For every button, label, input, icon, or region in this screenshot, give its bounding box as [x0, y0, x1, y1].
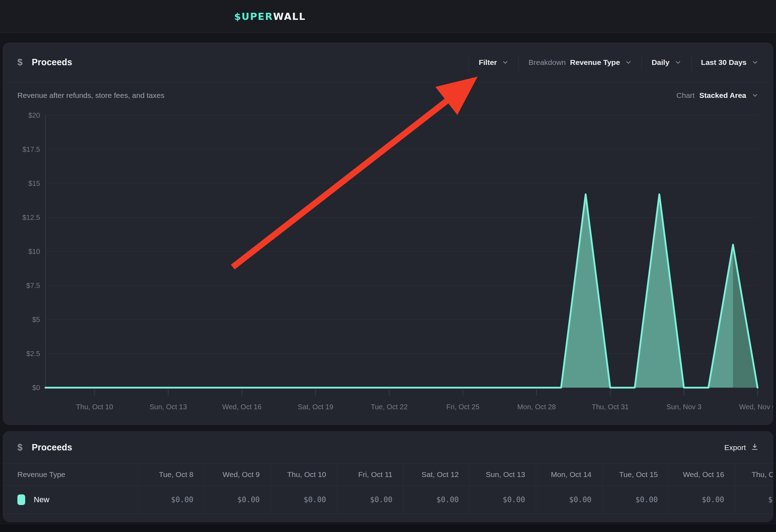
- y-axis-tick-label: $2.5: [6, 349, 40, 358]
- cell-value: $0.00: [635, 495, 658, 504]
- chevron-down-icon: [625, 59, 632, 66]
- column-header: Tue, Oct 15: [602, 464, 668, 485]
- table-cell: $0.00: [668, 486, 735, 514]
- interval-value: Daily: [651, 58, 669, 67]
- row-label: New: [34, 495, 49, 504]
- x-axis-tick-label: Thu, Oct 10: [54, 403, 135, 411]
- table-card-header: $ Proceeds Export: [3, 432, 773, 464]
- range-value: Last 30 Days: [701, 58, 747, 67]
- table-header-row: Revenue TypeTue, Oct 8Wed, Oct 9Thu, Oct…: [3, 464, 773, 486]
- column-header: Mon, Oct 14: [536, 464, 602, 485]
- column-header-label: Mon, Oct 14: [551, 470, 591, 479]
- y-axis-tick-label: $17.5: [6, 145, 40, 154]
- dollar-icon: $: [17, 57, 22, 68]
- column-header-label: Thu, Oct 17: [752, 470, 773, 479]
- table-row: New$0.00$0.00$0.00$0.00$0.00$0.00$0.00$0…: [3, 486, 773, 514]
- breakdown-label: Breakdown: [528, 58, 566, 67]
- chevron-down-icon: [752, 59, 759, 66]
- chart-type-dropdown[interactable]: Chart Stacked Area: [676, 91, 759, 100]
- cell-value: $0.00: [702, 495, 724, 504]
- proceeds-table-card: $ Proceeds Export Revenue TypeTue, Oct 8…: [3, 431, 773, 522]
- table-card-title: Proceeds: [32, 442, 72, 453]
- column-header: Thu, Oct 10: [270, 464, 337, 485]
- divider: [518, 55, 519, 70]
- chevron-down-icon: [502, 59, 509, 66]
- column-header-label: Tue, Oct 8: [159, 470, 193, 479]
- chart-subtitle: Revenue after refunds, store fees, and t…: [17, 91, 164, 100]
- breakdown-value: Revenue Type: [570, 58, 620, 67]
- column-header: Sun, Oct 13: [469, 464, 536, 485]
- column-header: Tue, Oct 8: [138, 464, 204, 485]
- table-cell: $0.00: [602, 486, 668, 514]
- x-axis-tick-label: Tue, Oct 22: [348, 403, 430, 411]
- filter-dropdown[interactable]: Filter: [479, 58, 509, 67]
- table-cell: $0.00: [735, 486, 773, 514]
- chart-type-value: Stacked Area: [699, 91, 746, 100]
- column-header: Fri, Oct 11: [337, 464, 403, 485]
- cell-value: $0.00: [370, 495, 392, 504]
- y-axis-tick-label: $10: [6, 247, 40, 256]
- filter-label: Filter: [479, 58, 497, 67]
- date-range-dropdown[interactable]: Last 30 Days: [701, 58, 759, 67]
- chevron-down-icon: [675, 59, 682, 66]
- y-axis-tick-label: $20: [6, 111, 40, 120]
- chart-card-title: Proceeds: [32, 57, 72, 67]
- breakdown-dropdown[interactable]: Breakdown Revenue Type: [528, 58, 632, 67]
- cell-value: $0.00: [569, 495, 591, 504]
- x-axis-tick-label: Sun, Nov 3: [643, 403, 725, 411]
- dashboard: $UPERWALL $ Proceeds Filter Breakdown Re…: [0, 0, 776, 532]
- chart-controls: Filter Breakdown Revenue Type Daily: [459, 55, 759, 70]
- column-header-label: Sat, Oct 12: [422, 470, 459, 479]
- logo-prefix: $UPER: [234, 11, 273, 22]
- logo-suffix: WALL: [273, 11, 306, 22]
- column-header-label: Thu, Oct 10: [287, 470, 326, 479]
- cell-value: $0.00: [171, 495, 193, 504]
- table-cell: $0.00: [204, 486, 270, 514]
- y-axis-tick-label: $0: [6, 383, 40, 392]
- column-header: Revenue Type: [3, 464, 138, 485]
- table-cell: $0.00: [270, 486, 337, 514]
- table-cell: $0.00: [138, 486, 204, 514]
- download-icon: [751, 443, 759, 452]
- column-header: Thu, Oct 17: [735, 464, 773, 485]
- chart-type-label: Chart: [676, 91, 694, 100]
- interval-dropdown[interactable]: Daily: [651, 58, 681, 67]
- divider: [469, 55, 469, 70]
- x-axis-tick-label: Wed, Nov 6: [717, 403, 773, 411]
- next-section-edge: [0, 524, 776, 532]
- x-axis-tick-label: Thu, Oct 31: [569, 403, 651, 411]
- column-header-label: Revenue Type: [17, 470, 65, 479]
- column-header-label: Tue, Oct 15: [619, 470, 658, 479]
- table-cell: $0.00: [337, 486, 403, 514]
- x-axis-tick-label: Sat, Oct 19: [275, 403, 356, 411]
- export-label: Export: [724, 443, 746, 452]
- export-button[interactable]: Export: [724, 443, 759, 452]
- row-label-cell: New: [3, 486, 138, 514]
- cell-value: $0.00: [304, 495, 326, 504]
- cell-value: $0.00: [237, 495, 260, 504]
- cell-value: $0.00: [436, 495, 459, 504]
- chevron-down-icon: [752, 92, 759, 99]
- divider: [642, 55, 642, 70]
- y-axis-tick-label: $15: [6, 179, 40, 188]
- series-swatch-icon: [17, 494, 25, 505]
- x-axis-tick-label: Mon, Oct 28: [496, 403, 577, 411]
- x-axis-tick-label: Sun, Oct 13: [127, 403, 209, 411]
- x-axis-tick-label: Wed, Oct 16: [201, 403, 283, 411]
- column-header: Sat, Oct 12: [403, 464, 469, 485]
- column-header-label: Fri, Oct 11: [358, 470, 392, 479]
- y-axis-tick-label: $5: [6, 315, 40, 324]
- column-header: Wed, Oct 16: [668, 464, 735, 485]
- cell-value: $0.00: [503, 495, 525, 504]
- column-header: Wed, Oct 9: [204, 464, 270, 485]
- cell-value: $0.00: [768, 495, 773, 504]
- divider: [691, 55, 692, 70]
- table-cell: $0.00: [403, 486, 469, 514]
- table-cell: $0.00: [469, 486, 536, 514]
- x-axis-tick-label: Fri, Oct 25: [422, 403, 504, 411]
- proceeds-chart-card: $ Proceeds Filter Breakdown Revenue Type: [3, 43, 773, 425]
- y-axis-tick-label: $7.5: [6, 281, 40, 290]
- column-header-label: Sun, Oct 13: [486, 470, 525, 479]
- column-header-label: Wed, Oct 16: [683, 470, 724, 479]
- top-nav-bar: $UPERWALL: [0, 0, 776, 33]
